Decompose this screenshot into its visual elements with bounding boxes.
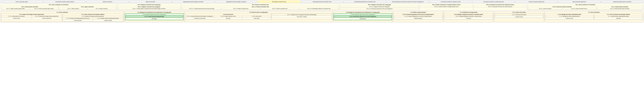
c1-left-header: C.1. Serve customers: [1, 12, 124, 13]
customer-invoice-right-leaf: Customer invoice: [546, 17, 594, 19]
customer-agreement-leaf: Customer agreement: [32, 17, 62, 19]
connection-leaf: Connection: [444, 17, 492, 19]
c63-header: C.6.3. Manage energy grid connections / …: [444, 14, 492, 15]
c114-item: C.1.1.4. Handle customer report/question…: [93, 17, 123, 19]
c1-left-section: C.1. Serve customers C.1.2. Acquire and …: [0, 11, 124, 22]
c3b-header: C.3. Manage the development and maintena…: [334, 12, 392, 13]
fa221-item: FA.2.2.1. Integrate connection into ener…: [340, 6, 419, 7]
c537-item: C.5.3.7. Complete work on energy grid co…: [272, 14, 332, 16]
fa313-item: FA.3.1.3. Prepare connection work: [222, 8, 260, 9]
c5-header: C.5. Perform work on energy grids: [185, 12, 332, 13]
fa222-item: FA.2.2.2. Include grid components in lif…: [340, 8, 419, 10]
fa112-item: FA.1.1.2. Process connection option requ…: [30, 8, 58, 9]
work-activity-leaf: Work activity: [242, 17, 271, 19]
step-found-connection: Found connection option: [0, 0, 43, 3]
c11-products: C.1.2.1. Develop and manage products and…: [63, 17, 93, 19]
fa12-header: FA.1.2. Agree connection: [59, 6, 116, 7]
fa3154-item: FA.3.1.5.4. Administrative delivery of c…: [300, 8, 338, 9]
step-processed-connection: Processed connection option request: [44, 0, 86, 3]
c3b-section: C.3. Manage the development and maintena…: [333, 11, 393, 22]
c531-item: C.5.3.1. Create preliminary and final de…: [186, 15, 214, 17]
pa4-section: PA.4. Include connection in energy trans…: [420, 3, 473, 10]
netcomponent-leaf: Netcomponent: [334, 18, 392, 20]
c3-left-section: C.3. Manage the development and maintena…: [124, 11, 184, 22]
work-plan-leaf: Work plan: [214, 17, 242, 19]
c2-header: C.2. Realise energy transport: [394, 12, 442, 13]
step-functional-design: Appropriate functional design connection: [172, 0, 214, 3]
c13-header: C.1.3. Invoice and collect: [494, 12, 544, 13]
c122-item: C.1.2.2. Conclude and manage customer ag…: [32, 15, 62, 17]
fa461-item: FA.4.6.1. Include connection in energy t…: [420, 6, 472, 7]
c6-header: C.6. Facilitate this energy market: [444, 12, 493, 13]
fa313b-item: FA.3.1.3. Perform connection work: [260, 8, 299, 9]
pa5-section: PA.5. Incorporate connection into market…: [474, 3, 527, 10]
fa131-item: FA.1.3.1. Invoice connection: [528, 8, 562, 9]
switching-leaf: Switching situation: [394, 17, 442, 19]
pa311-header: FA.3.1.1. Perform connection work: [182, 6, 338, 7]
step-answered-question: Answered question about connection: [601, 0, 644, 3]
c215-item: C.2.1.5. Include energy grids in the con…: [394, 15, 442, 17]
customer-product-leaf: Customer product: [63, 19, 93, 21]
c115-header: C.1.1.5. Manage and collect outstanding …: [546, 14, 594, 15]
c3-left-header: C.3. Manage the development and maintena…: [125, 12, 184, 13]
fa211-item: FA.2.1.1. Create program of requirements…: [118, 8, 180, 9]
c331-item: C.3.3.1. Create functional designs/desig…: [126, 15, 183, 17]
pa5-header: PA.5. Incorporate connection into market…: [474, 4, 526, 5]
c11b-header: C.1.1. Serve customers and maintain rela…: [594, 14, 642, 15]
c215-header: C.2.1.5. Include energy grids in the con…: [394, 14, 442, 15]
c11-develop: C.1.2. Acquire and manage customer agree…: [63, 15, 123, 17]
step-grid-components: Grid components connection included in l…: [386, 0, 429, 3]
fa121-item: FA.1.2.1. Offer connection: [59, 8, 87, 9]
c5-section: C.5. Perform work on energy grids C.5.3.…: [184, 11, 332, 22]
c631-item: C.6.3.1. Manage energy grid connections …: [444, 15, 492, 17]
main-container: Found connection option Processed connec…: [0, 0, 644, 23]
fa551-item: FA.5.5.1. Incorporate connection into ma…: [474, 6, 526, 7]
step-technically-executed: Technically executed connection work: [301, 0, 343, 3]
step-executable-work: Executable connection work: [258, 0, 300, 3]
customer-quote-leaf: Customer quote: [2, 17, 32, 19]
c11-handle-item: C.1.1. Handle customer report/question/r…: [594, 15, 642, 17]
c12-header: C.1.2. Acquire and manage customer agree…: [2, 14, 62, 15]
c53-header: C.5.3. Execute work: [186, 14, 271, 15]
fa2-header: FA.2. Integrate connection into energy g…: [118, 4, 180, 5]
klantvraak-leaf: Klantvraak: [594, 17, 642, 19]
fa11b-header: FA.1.1. Interact about connection: [597, 6, 642, 7]
pa1b-section: PA.1. Serve customer for connection FA.1…: [527, 3, 644, 10]
c2-section: C.2. Realise energy transport C.2.1.5. I…: [393, 11, 443, 22]
pa1-header: PA.1. Serve customer for connection: [1, 4, 116, 5]
top-row: Found connection option Processed connec…: [0, 0, 644, 3]
fa113-item: FA.1.1.3. Answer question about connecti…: [597, 8, 642, 9]
c1-right-section: C.1. Serve customers C.1.1.5. Manage and…: [544, 11, 644, 22]
pa1b-header: PA.1. Serve customer for connection: [528, 4, 643, 5]
pa4-header: PA.4. Include connection in energy trans…: [420, 4, 472, 5]
c535-item: C.5.3.5. Execute work: [242, 15, 271, 17]
c13-section: C.1.3. Invoice and collect C.1.3.2. Crea…: [494, 11, 544, 22]
step-offered-connection: Offered connection: [86, 0, 129, 3]
pa2b-header: PA.2. Integrate connection into energy g…: [340, 4, 419, 5]
customer-request-leaf: Customer request: [93, 19, 123, 21]
c115-item: C.1.1.5. Manage and collect outstanding …: [546, 15, 594, 17]
c1-right-header: C.1. Serve customers: [545, 12, 643, 13]
step-paid: Paid connection agreement: [558, 0, 600, 3]
prelim-design-leaf: Preliminary or final design: [186, 17, 214, 19]
grid-revision-leaf: Grid revision or finding: [272, 16, 332, 18]
pa3-section: PA.3. Perform connection work FA.3.1.1. …: [181, 3, 339, 10]
c336-header: C.3.3.6. Expand, replace and renew energ…: [334, 14, 392, 15]
c132-item: C.1.3.2. Create and send invoice: [495, 14, 543, 16]
fa122-item: FA.1.2.2. Agree connection: [88, 8, 116, 9]
step-technical-design: Appropriate technical design connection: [215, 0, 258, 3]
fa13-header: FA.1.3. Invoice and collect connection: [528, 6, 596, 7]
step-agreed-connection: Agreed connection: [129, 0, 172, 3]
fa3111-item: FA.3.1.1.1. Create provisional and final…: [182, 8, 221, 9]
pa3-header: PA.3. Perform connection work: [182, 4, 339, 5]
pa2b-section: PA.2. Integrate connection into energy g…: [340, 3, 419, 10]
c336-item: C.3.3.6. Include grid component in life …: [334, 15, 392, 17]
c532-item: C.5.3.2. Prepare execution of work: [214, 15, 242, 17]
fa11-header: FA.1.1. Interact about connection: [2, 6, 58, 7]
fa2-section: FA.2. Integrate connection into energy g…: [117, 3, 181, 10]
customer-invoice-leaf: Customer invoice: [495, 16, 543, 18]
c6-section: C.6. Facilitate this energy market C.6.3…: [444, 11, 494, 22]
pa-row: PA.1. Serve customer for connection FA.1…: [0, 3, 644, 10]
grid-design-leaf: Grid design: [126, 18, 183, 20]
c33-header: C.3.3. Expand, replace and renew energy …: [126, 14, 183, 15]
